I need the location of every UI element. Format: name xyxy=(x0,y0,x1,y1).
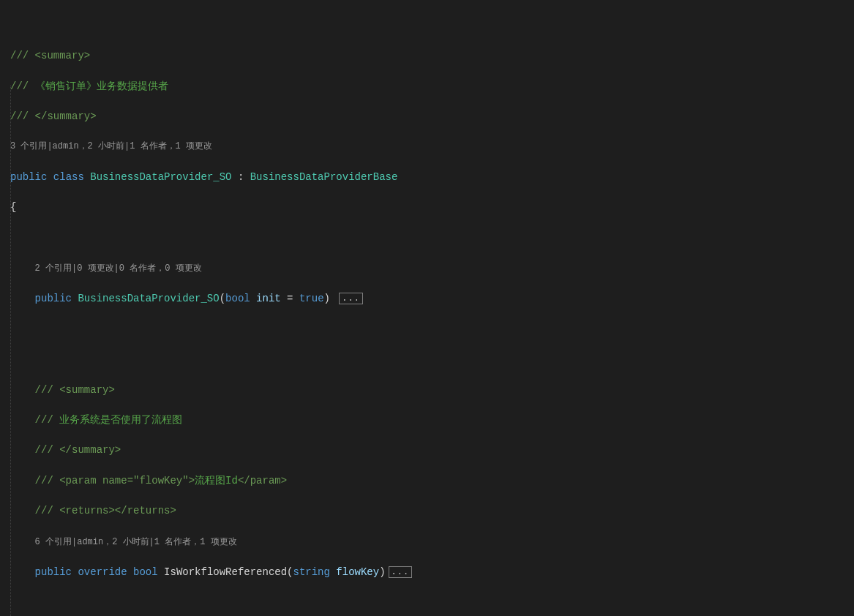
doc-comment-line: /// 《销售订单》业务数据提供者 xyxy=(10,79,854,94)
codelens[interactable]: 2 个引用|0 项更改|0 名作者，0 项更改 xyxy=(10,260,854,277)
codelens[interactable]: 6 个引用|admin，2 小时前|1 名作者，1 项更改 xyxy=(10,534,854,550)
class-decl: public class BusinessDataProvider_SO : B… xyxy=(10,170,854,185)
ctor-decl: public BusinessDataProvider_SO(bool init… xyxy=(10,291,854,307)
fold-icon[interactable]: ... xyxy=(339,293,363,304)
doc-comment-line: /// </summary> xyxy=(10,109,854,124)
doc-comment-line: /// 业务系统是否使用了流程图 xyxy=(10,413,854,428)
code-editor[interactable]: /// <summary> /// 《销售订单》业务数据提供者 /// </su… xyxy=(0,0,854,616)
doc-comment-line: /// <param name="flowKey">流程图Id</param> xyxy=(10,473,854,489)
doc-comment-line: /// <returns></returns> xyxy=(10,503,854,519)
fold-icon[interactable]: ... xyxy=(389,566,413,578)
method-decl: public override bool IsWorkflowReference… xyxy=(10,565,854,580)
doc-comment-line: /// <summary> xyxy=(10,48,854,64)
doc-comment-line: /// <summary> xyxy=(10,383,854,398)
doc-comment-line: /// </summary> xyxy=(10,443,854,458)
codelens[interactable]: 3 个引用|admin，2 小时前|1 名作者，1 项更改 xyxy=(10,139,854,154)
brace-open: { xyxy=(10,200,854,215)
